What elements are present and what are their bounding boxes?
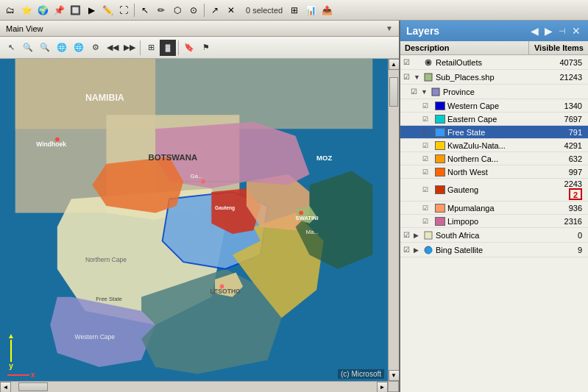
layer-check-province[interactable]: ☑ bbox=[411, 88, 421, 96]
prov-check-limpopo[interactable]: ☑ bbox=[422, 218, 433, 225]
tool-extra[interactable]: ⚑ bbox=[198, 40, 214, 56]
prov-count-limpopo: 2316 bbox=[548, 217, 585, 226]
toolbar-icon-excel[interactable]: 📊 bbox=[303, 3, 318, 18]
layer-row-south-africa[interactable]: ☑ ▶ South Africa 0 bbox=[400, 228, 588, 243]
tool-bookmark[interactable]: 🔖 bbox=[181, 40, 197, 56]
tool-forward[interactable]: ▶▶ bbox=[121, 40, 138, 56]
prov-count-gauteng: 2243 2 bbox=[548, 179, 585, 200]
svg-text:Windhoek: Windhoek bbox=[36, 140, 66, 148]
layer-check-bing[interactable]: ☑ bbox=[403, 246, 414, 254]
tool-zoom-in[interactable]: 🔍 bbox=[20, 40, 36, 56]
layer-row-province[interactable]: ☑ ▼ Province bbox=[400, 85, 588, 99]
toolbar-icon-select[interactable]: ⬡ bbox=[170, 3, 185, 18]
toolbar-icon-8[interactable]: ⛶ bbox=[116, 3, 131, 18]
toolbar-icon-2[interactable]: ⭐ bbox=[19, 3, 34, 18]
layer-row-subplaces[interactable]: ☑ ▼ Sub_Places.shp 21243 bbox=[400, 70, 588, 85]
layers-title: Layers bbox=[406, 25, 439, 37]
toolbar-icon-3[interactable]: 🌍 bbox=[35, 3, 50, 18]
layers-controls: ◀ ▶ ⊣ ✕ bbox=[529, 25, 582, 37]
scroll-thumb-v[interactable] bbox=[389, 77, 398, 107]
prov-count-north-west: 997 bbox=[548, 168, 585, 177]
layer-count-south-africa: 0 bbox=[548, 231, 585, 240]
layer-count-retail: 40735 bbox=[548, 58, 585, 67]
prov-check-north-west[interactable]: ☑ bbox=[422, 168, 433, 176]
province-row-limpopo[interactable]: ☑ Limpopo 2316 bbox=[400, 215, 588, 228]
layer-row-bing[interactable]: ☑ ▶ 🌐 Bing Satellite 9 bbox=[400, 243, 588, 257]
toolbar-icon-pen[interactable]: ✏ bbox=[154, 3, 169, 18]
layer-icon-bing: 🌐 bbox=[422, 245, 434, 255]
layer-check-retail[interactable]: ☑ bbox=[403, 58, 414, 66]
toolbar-icon-7[interactable]: ✏️ bbox=[100, 3, 115, 18]
tool-color[interactable]: ▓ bbox=[160, 40, 176, 56]
province-row-kwazulu[interactable]: ☑ KwaZulu-Nata... 4291 bbox=[400, 139, 588, 152]
toolbar-icon-lasso[interactable]: ⊙ bbox=[186, 3, 201, 18]
prov-check-northern-cape[interactable]: ☑ bbox=[422, 155, 433, 163]
scroll-left-button[interactable]: ◄ bbox=[0, 382, 11, 393]
province-row-eastern-cape[interactable]: ☑ Eastern Cape 7697 bbox=[400, 113, 588, 126]
toolbar-icon-cross[interactable]: ✕ bbox=[224, 3, 238, 18]
scroll-thumb-h[interactable] bbox=[18, 382, 48, 391]
scroll-down-button[interactable]: ▼ bbox=[389, 370, 400, 381]
view-tab-arrow[interactable]: ▼ bbox=[386, 24, 393, 32]
prov-check-free-state[interactable]: ☑ bbox=[422, 129, 433, 136]
scroll-track-v[interactable] bbox=[389, 70, 399, 370]
layer-expand-south-africa[interactable]: ▶ bbox=[414, 232, 421, 239]
svg-rect-36 bbox=[425, 74, 432, 81]
toolbar-icon-4[interactable]: 📌 bbox=[52, 3, 66, 18]
toolbar-icon-export[interactable]: 📤 bbox=[319, 3, 334, 18]
tool-zoom-out[interactable]: 🔍 bbox=[37, 40, 53, 56]
layer-icon-south-africa bbox=[422, 230, 434, 240]
province-row-gauteng[interactable]: ☑ Gauteng 2243 2 bbox=[400, 179, 588, 202]
prov-check-gauteng[interactable]: ☑ bbox=[422, 186, 433, 193]
province-row-northern-cape[interactable]: ☑ Northern Ca... 632 bbox=[400, 152, 588, 165]
scroll-track-h[interactable] bbox=[11, 382, 377, 392]
province-row-north-west[interactable]: ☑ North West 997 bbox=[400, 165, 588, 179]
scroll-right-button[interactable]: ► bbox=[377, 382, 388, 393]
layers-header: Layers ◀ ▶ ⊣ ✕ bbox=[400, 21, 588, 41]
svg-text:BOTSWANA: BOTSWANA bbox=[149, 153, 198, 162]
vertical-scrollbar[interactable]: ▲ ▼ bbox=[388, 59, 399, 381]
scroll-up-button[interactable]: ▲ bbox=[389, 59, 400, 70]
col-visible-items: Visible Items bbox=[529, 41, 588, 54]
layers-back-button[interactable]: ◀ bbox=[529, 25, 540, 37]
tool-grid[interactable]: ⊞ bbox=[143, 40, 159, 56]
toolbar-icon-1[interactable]: 🗂 bbox=[3, 3, 18, 18]
svg-marker-12 bbox=[92, 157, 183, 213]
layers-forward-button[interactable]: ▶ bbox=[543, 25, 554, 37]
layers-pin-button[interactable]: ⊣ bbox=[557, 26, 567, 36]
layers-close-button[interactable]: ✕ bbox=[570, 25, 582, 37]
layer-expand-bing[interactable]: ▶ bbox=[414, 246, 421, 254]
province-row-mpumalanga[interactable]: ☑ Mpumalanga 936 bbox=[400, 202, 588, 215]
tool-arrow[interactable]: ↖ bbox=[3, 40, 19, 56]
prov-name-eastern-cape: Eastern Cape bbox=[447, 115, 548, 124]
layer-name-bing: Bing Satellite bbox=[436, 246, 548, 254]
tool-settings[interactable]: ⚙ bbox=[88, 40, 104, 56]
toolbar-icon-6[interactable]: ▶ bbox=[84, 3, 99, 18]
province-row-western-cape[interactable]: ☑ Western Cape 1340 bbox=[400, 99, 588, 113]
layers-table: Description Visible Items ☑ RetailOutlet… bbox=[400, 41, 588, 392]
map-area[interactable]: Windhoek NAMIBIA BOTSWANA MOZ SWATINI LE… bbox=[0, 59, 399, 392]
toolbar-icon-5[interactable]: 🔲 bbox=[68, 3, 82, 18]
left-panel: Main View ▼ ↖ 🔍 🔍 🌐 🌐 ⚙ ◀◀ ▶▶ ⊞ ▓ 🔖 ⚑ bbox=[0, 21, 400, 392]
layer-expand-subplaces[interactable]: ▼ bbox=[414, 74, 421, 81]
tool-globe[interactable]: 🌐 bbox=[54, 40, 70, 56]
prov-check-kwazulu[interactable]: ☑ bbox=[422, 142, 433, 149]
layer-check-subplaces[interactable]: ☑ bbox=[403, 73, 414, 81]
province-row-free-state[interactable]: ☑ Free State 791 bbox=[400, 126, 588, 139]
layer-check-south-africa[interactable]: ☑ bbox=[403, 231, 414, 239]
toolbar-icon-cursor[interactable]: ↖ bbox=[138, 3, 152, 18]
prov-check-western-cape[interactable]: ☑ bbox=[422, 102, 433, 110]
toolbar-icon-table[interactable]: ⊞ bbox=[287, 3, 302, 18]
horizontal-scrollbar[interactable]: ◄ ► bbox=[0, 381, 388, 392]
layer-expand-province[interactable]: ▼ bbox=[421, 88, 428, 96]
layer-icon-retail bbox=[422, 57, 434, 68]
toolbar-icon-pointer2[interactable]: ↗ bbox=[208, 3, 222, 18]
svg-text:Northern Cape: Northern Cape bbox=[85, 256, 127, 263]
prov-count-mpumalanga: 936 bbox=[548, 204, 585, 213]
prov-check-mpumalanga[interactable]: ☑ bbox=[422, 204, 433, 212]
prov-check-eastern-cape[interactable]: ☑ bbox=[422, 115, 433, 123]
tool-back[interactable]: ◀◀ bbox=[105, 40, 121, 56]
prov-color-kwazulu bbox=[435, 141, 445, 150]
tool-globe2[interactable]: 🌐 bbox=[71, 40, 87, 56]
layer-row-retail[interactable]: ☑ RetailOutlets 40735 bbox=[400, 55, 588, 70]
